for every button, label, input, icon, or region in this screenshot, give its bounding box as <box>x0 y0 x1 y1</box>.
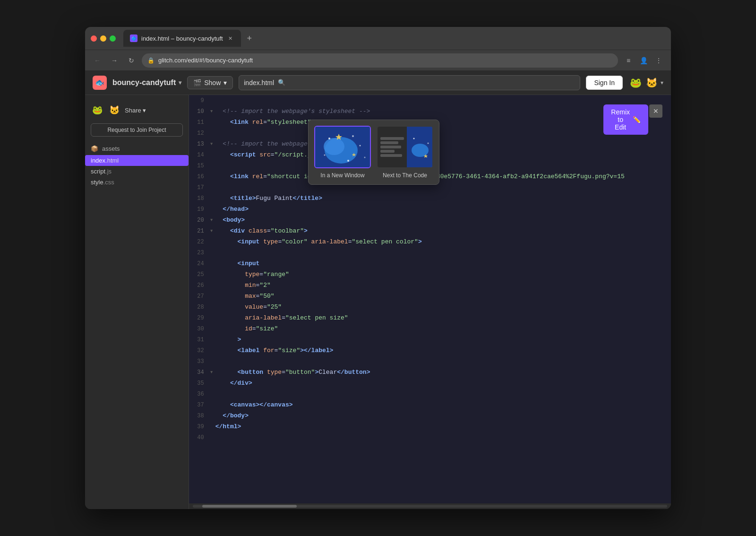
table-row: 33 <box>189 356 671 367</box>
line-arrow: ▾ <box>210 225 215 236</box>
code-content: <title>Fugu Paint</title> <box>215 193 671 204</box>
sidebar-file-script-js[interactable]: script.js <box>85 166 189 177</box>
avatar-chevron-icon[interactable]: ▾ <box>661 79 663 86</box>
horizontal-scrollbar[interactable] <box>189 503 671 509</box>
line-number: 17 <box>189 182 210 193</box>
sidebar-file-index-html[interactable]: index.html <box>85 155 189 166</box>
sidebar-avatar-row: 🐸 🐱 Share ▾ <box>85 101 189 120</box>
code-content: value="25" <box>215 302 671 312</box>
line-arrow <box>210 269 215 280</box>
line-arrow <box>210 302 215 312</box>
avatar-2: 🐱 <box>644 76 659 90</box>
svg-point-13 <box>413 138 415 139</box>
tab-favicon: 🔷 <box>130 35 137 42</box>
next-to-code-label: Next to The Code <box>383 172 427 179</box>
svg-point-4 <box>352 135 354 137</box>
ext-js: .js <box>105 168 112 175</box>
reload-button[interactable]: ↻ <box>125 54 138 67</box>
maximize-traffic-light[interactable] <box>110 35 116 42</box>
search-bar[interactable]: index.html 🔍 <box>239 75 580 90</box>
assets-icon: 📦 <box>91 145 98 152</box>
table-row: 27 max="50" <box>189 291 671 302</box>
show-option-next-to-code[interactable]: Next to The Code <box>377 126 433 179</box>
signin-button[interactable]: Sign In <box>586 76 623 90</box>
line-number: 32 <box>189 345 210 356</box>
table-row: 9 <box>189 95 671 106</box>
table-row: 20 ▾ <body> <box>189 215 671 225</box>
line-arrow: ▾ <box>210 106 215 117</box>
new-tab-button[interactable]: + <box>243 32 256 45</box>
line-number: 33 <box>189 356 210 367</box>
profile-button[interactable]: 👤 <box>637 54 650 67</box>
avatar-group: 🐸 🐱 ▾ <box>628 76 663 90</box>
line-number: 23 <box>189 247 210 258</box>
menu-button[interactable]: ⋮ <box>652 54 665 67</box>
line-arrow <box>210 193 215 204</box>
extensions-button[interactable]: ≡ <box>622 54 635 67</box>
code-content: <input type="color" aria-label="select p… <box>215 236 671 247</box>
project-name-dropdown[interactable]: bouncy-candytuft ▾ <box>112 78 181 87</box>
table-row: 23 <box>189 247 671 258</box>
line-number: 12 <box>189 128 210 138</box>
line-arrow <box>210 247 215 258</box>
tab-close-button[interactable]: ✕ <box>227 35 234 42</box>
split-preview-side <box>407 127 433 167</box>
split-preview-image <box>378 127 432 167</box>
line-arrow <box>210 182 215 193</box>
active-tab[interactable]: 🔷 index.html – bouncy-candytuft ✕ <box>123 30 241 47</box>
remix-to-edit-button[interactable]: Remix to Edit ✏️ <box>603 104 648 135</box>
code-content: </div> <box>215 378 671 389</box>
forward-button[interactable]: → <box>108 54 121 67</box>
show-icon: 🎬 <box>193 79 201 86</box>
assets-item[interactable]: 📦 assets <box>85 142 189 155</box>
table-row: 29 aria-label="select pen size" <box>189 312 671 323</box>
table-row: 26 min="2" <box>189 280 671 291</box>
code-content: <div class="toolbar"> <box>215 225 671 236</box>
table-row: 39 </html> <box>189 421 671 432</box>
table-row: 30 id="size" <box>189 323 671 334</box>
show-dropdown: In a New Window <box>308 120 439 185</box>
line-number: 40 <box>189 432 210 443</box>
back-button[interactable]: ← <box>91 54 104 67</box>
show-option-new-window[interactable]: In a New Window <box>314 126 371 179</box>
code-content: <body> <box>215 215 671 225</box>
minimize-traffic-light[interactable] <box>100 35 106 42</box>
table-row: 22 <input type="color" aria-label="selec… <box>189 236 671 247</box>
navbar: ← → ↻ 🔒 glitch.com/edit/#!/bouncy-candyt… <box>85 50 671 70</box>
table-row: 31 > <box>189 334 671 345</box>
share-label[interactable]: Share ▾ <box>125 107 146 114</box>
line-arrow <box>210 421 215 432</box>
svg-point-14 <box>428 143 429 144</box>
table-row: 28 value="25" <box>189 302 671 312</box>
request-to-join-button[interactable]: Request to Join Project <box>91 123 183 137</box>
remix-label: Remix to Edit <box>611 108 630 131</box>
table-row: 32 <label for="size"></label> <box>189 345 671 356</box>
line-arrow <box>210 128 215 138</box>
line-arrow <box>210 432 215 443</box>
svg-point-5 <box>360 145 361 147</box>
sidebar-file-style-css[interactable]: style.css <box>85 177 189 188</box>
line-arrow <box>210 312 215 323</box>
close-traffic-light[interactable] <box>91 35 97 42</box>
ext-html: .html <box>105 157 119 164</box>
remix-close-button[interactable]: ✕ <box>649 104 662 118</box>
code-content <box>215 247 671 258</box>
pencil-icon: ✏️ <box>633 116 641 123</box>
tab-bar: 🔷 index.html – bouncy-candytuft ✕ + <box>123 30 665 47</box>
table-row: 25 type="range" <box>189 269 671 280</box>
show-chevron-icon: ▾ <box>223 79 227 86</box>
line-number: 21 <box>189 225 210 236</box>
table-row: 24 <input <box>189 258 671 269</box>
code-content: <canvas></canvas> <box>215 399 671 410</box>
code-content: <link rel="shortcut icon" href="https://… <box>215 171 671 182</box>
address-bar[interactable]: 🔒 glitch.com/edit/#!/bouncy-candytuft <box>142 53 618 68</box>
show-button[interactable]: 🎬 Show ▾ <box>187 76 233 89</box>
line-arrow <box>210 204 215 215</box>
avatar-1: 🐸 <box>628 76 643 90</box>
code-content: min="2" <box>215 280 671 291</box>
line-arrow <box>210 378 215 389</box>
code-content: <button type="button">Clear</button> <box>215 367 671 378</box>
chevron-down-icon: ▾ <box>179 79 181 86</box>
split-code-side <box>378 127 407 167</box>
scrollbar-thumb[interactable] <box>202 505 297 508</box>
